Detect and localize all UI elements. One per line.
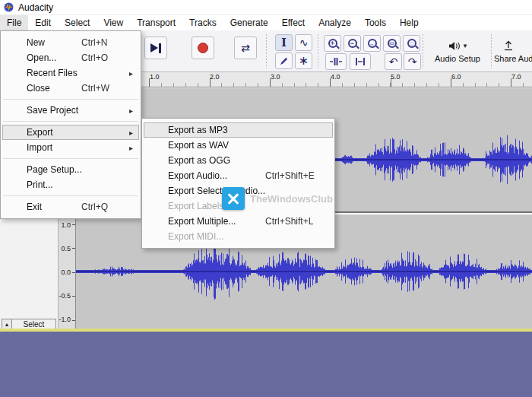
undo-icon: ↶ xyxy=(389,56,398,67)
desktop-background xyxy=(0,332,532,397)
redo-icon: ↷ xyxy=(408,56,417,67)
submenu-arrow-icon: ▸ xyxy=(129,106,133,115)
vertical-scale-ruler[interactable]: 1.0 0.5 0.0 -0.5 -1.0 xyxy=(58,214,75,329)
scale-label: 1.0 xyxy=(61,221,71,229)
file-menu-item-page-setup[interactable]: Page Setup... xyxy=(2,162,139,177)
zoom-toggle-icon: □ xyxy=(407,39,416,48)
menu-item-select[interactable]: Select xyxy=(58,15,97,30)
timeline-tick-label: 3.0 xyxy=(271,73,280,81)
multi-tool-button[interactable]: ∗ xyxy=(295,52,312,69)
timeline-tick-label: 1.0 xyxy=(150,73,160,81)
export-submenu: Export as MP3 Export as WAV Export as OG… xyxy=(141,118,335,249)
fit-selection-icon: ↔ xyxy=(368,39,377,48)
selection-tool-icon: I xyxy=(281,37,287,49)
draw-tool-icon xyxy=(279,56,289,66)
export-menu-item-selected-audio[interactable]: Export Selected Audio... xyxy=(144,183,333,198)
file-menu-item-recent-files[interactable]: Recent Files ▸ xyxy=(2,65,139,81)
menu-item-transport[interactable]: Transport xyxy=(130,15,182,30)
menu-separator xyxy=(3,195,138,196)
file-menu-item-new[interactable]: New Ctrl+N xyxy=(2,35,139,50)
select-button[interactable]: ▲ Select xyxy=(2,319,56,329)
export-menu-item-labels: Export Labels... xyxy=(144,198,333,214)
toolbar-grip[interactable] xyxy=(318,34,318,68)
loop-icon: ⇄ xyxy=(241,43,250,53)
toolbar-grip[interactable] xyxy=(491,34,492,68)
menu-separator xyxy=(3,99,138,100)
zoom-toggle-button[interactable]: □ xyxy=(403,35,420,52)
share-audio-label: Share Audio xyxy=(494,54,532,63)
timeline-tick-label: 2.0 xyxy=(210,73,220,81)
draw-tool-button[interactable] xyxy=(275,52,293,69)
menu-item-help[interactable]: Help xyxy=(393,15,426,30)
envelope-tool-icon: ∿ xyxy=(299,37,309,48)
record-button[interactable] xyxy=(192,37,214,59)
file-menu-item-import[interactable]: Import ▸ xyxy=(2,140,139,155)
file-menu-item-exit[interactable]: Exit Ctrl+Q xyxy=(2,199,139,214)
timeline-tick-label: 6.0 xyxy=(451,73,461,81)
share-audio-button[interactable]: Share Audio xyxy=(494,33,532,70)
timeline-tick-label: 4.0 xyxy=(331,73,340,81)
menu-item-effect[interactable]: Effect xyxy=(275,15,312,30)
scale-label: -1.0 xyxy=(59,316,71,323)
selection-tool-button[interactable]: I xyxy=(275,34,293,51)
trim-audio-button[interactable] xyxy=(325,53,347,70)
menu-bar: File Edit Select View Transport Tracks G… xyxy=(0,15,532,30)
dropdown-caret-icon: ▾ xyxy=(464,42,467,49)
undo-button[interactable]: ↶ xyxy=(385,53,402,70)
trim-audio-icon xyxy=(329,57,343,66)
file-menu-item-export[interactable]: Export ▸ xyxy=(2,125,139,140)
select-button-label: Select xyxy=(12,319,56,329)
multi-tool-icon: ∗ xyxy=(299,55,309,67)
export-menu-item-wav[interactable]: Export as WAV xyxy=(144,138,333,153)
menu-item-edit[interactable]: Edit xyxy=(28,15,58,30)
loop-button[interactable]: ⇄ xyxy=(234,37,257,59)
skip-to-end-button[interactable] xyxy=(144,37,167,59)
scale-label: 0.0 xyxy=(61,268,71,276)
redo-button[interactable]: ↷ xyxy=(404,53,421,70)
scale-label: 0.5 xyxy=(61,245,71,252)
envelope-tool-button[interactable]: ∿ xyxy=(295,34,312,51)
submenu-arrow-icon: ▸ xyxy=(129,69,133,78)
scale-label: -0.5 xyxy=(59,292,71,300)
menu-separator xyxy=(3,158,138,159)
skip-to-end-icon xyxy=(150,43,158,52)
record-icon xyxy=(198,43,208,53)
export-menu-item-mp3[interactable]: Export as MP3 xyxy=(144,122,333,138)
menu-item-analyze[interactable]: Analyze xyxy=(312,15,358,30)
fit-project-button[interactable]: ▭ xyxy=(383,35,401,52)
speaker-icon xyxy=(448,41,461,51)
audio-setup-button[interactable]: ▾ Audio Setup xyxy=(426,33,489,70)
file-menu-item-open[interactable]: Open... Ctrl+O xyxy=(2,50,139,65)
submenu-arrow-icon: ▸ xyxy=(129,129,133,137)
window-titlebar: Audacity xyxy=(0,0,532,15)
menu-item-generate[interactable]: Generate xyxy=(223,15,275,30)
file-menu-item-print[interactable]: Print... xyxy=(2,177,139,192)
toolbar-grip[interactable] xyxy=(423,34,423,68)
submenu-arrow-icon: ▸ xyxy=(129,144,133,152)
file-menu-item-save-project[interactable]: Save Project ▸ xyxy=(2,103,139,118)
export-menu-item-audio[interactable]: Export Audio... Ctrl+Shift+E xyxy=(144,168,333,183)
screenshot-root: Audacity File Edit Select View Transport… xyxy=(0,0,532,397)
fit-selection-button[interactable]: ↔ xyxy=(363,35,381,52)
collapse-arrow-icon[interactable]: ▲ xyxy=(2,319,12,329)
audacity-logo-icon xyxy=(4,2,14,12)
share-audio-icon xyxy=(503,40,514,51)
zoom-in-icon: + xyxy=(328,39,337,48)
zoom-in-button[interactable]: + xyxy=(324,35,341,52)
file-menu: New Ctrl+N Open... Ctrl+O Recent Files ▸… xyxy=(0,30,141,219)
zoom-out-button[interactable]: − xyxy=(344,35,361,52)
audio-setup-label: Audio Setup xyxy=(435,54,480,63)
timeline-ruler[interactable]: 1.0 2.0 3.0 4.0 5.0 6.0 7.0 xyxy=(76,72,532,87)
file-menu-item-close[interactable]: Close Ctrl+W xyxy=(2,81,139,96)
toolbar-grip[interactable] xyxy=(266,34,267,68)
menu-item-tracks[interactable]: Tracks xyxy=(182,15,223,30)
menu-item-view[interactable]: View xyxy=(97,15,130,30)
export-menu-item-ogg[interactable]: Export as OGG xyxy=(144,153,333,168)
menu-separator xyxy=(3,121,138,122)
menu-item-tools[interactable]: Tools xyxy=(358,15,393,30)
export-menu-item-multiple[interactable]: Export Multiple... Ctrl+Shift+L xyxy=(144,214,333,229)
silence-audio-button[interactable] xyxy=(350,53,371,70)
menu-item-file[interactable]: File xyxy=(0,15,28,30)
zoom-out-icon: − xyxy=(348,39,357,48)
timeline-tick-label: 7.0 xyxy=(511,73,521,81)
